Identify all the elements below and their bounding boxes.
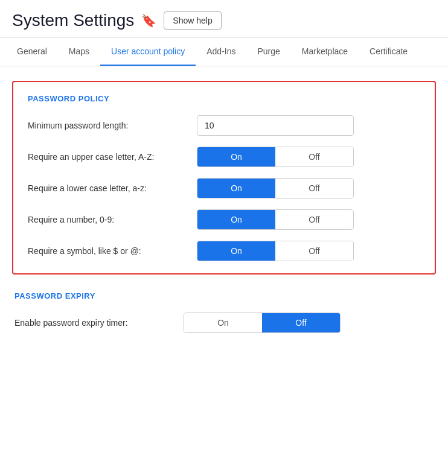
expiry-timer-on-button[interactable]: On bbox=[184, 313, 262, 332]
password-policy-title: PASSWORD POLICY bbox=[28, 94, 420, 103]
lower-case-row: Require a lower case letter, a-z: On Off bbox=[28, 178, 420, 198]
tab-marketplace[interactable]: Marketplace bbox=[291, 38, 359, 66]
expiry-timer-row: Enable password expiry timer: On Off bbox=[14, 313, 434, 333]
symbol-toggle: On Off bbox=[197, 241, 354, 261]
upper-case-control: On Off bbox=[197, 147, 420, 167]
symbol-row: Require a symbol, like $ or @: On Off bbox=[28, 241, 420, 261]
upper-case-toggle: On Off bbox=[197, 147, 354, 167]
upper-case-label: Require an upper case letter, A-Z: bbox=[28, 152, 197, 162]
lower-case-toggle: On Off bbox=[197, 178, 354, 198]
show-help-button[interactable]: Show help bbox=[164, 11, 221, 30]
tab-general[interactable]: General bbox=[6, 38, 58, 66]
min-length-label: Minimum password length: bbox=[28, 121, 197, 130]
min-length-row: Minimum password length: bbox=[28, 115, 420, 136]
lower-case-off-button[interactable]: Off bbox=[275, 179, 353, 198]
lower-case-label: Require a lower case letter, a-z: bbox=[28, 183, 197, 193]
tab-certificate[interactable]: Certificate bbox=[359, 38, 418, 66]
lower-case-on-button[interactable]: On bbox=[197, 179, 275, 198]
expiry-timer-label: Enable password expiry timer: bbox=[14, 318, 184, 328]
min-length-control bbox=[197, 115, 420, 136]
tab-bar: General Maps User account policy Add-Ins… bbox=[0, 38, 448, 66]
symbol-control: On Off bbox=[197, 241, 420, 261]
expiry-timer-control: On Off bbox=[184, 313, 434, 333]
tab-user-account-policy[interactable]: User account policy bbox=[100, 38, 196, 66]
password-policy-section: PASSWORD POLICY Minimum password length:… bbox=[12, 81, 436, 274]
bookmark-icon: 🔖 bbox=[141, 13, 156, 28]
expiry-timer-toggle: On Off bbox=[184, 313, 341, 333]
number-control: On Off bbox=[197, 209, 420, 230]
number-on-button[interactable]: On bbox=[197, 210, 275, 229]
symbol-off-button[interactable]: Off bbox=[275, 241, 353, 261]
upper-case-on-button[interactable]: On bbox=[197, 147, 275, 167]
lower-case-control: On Off bbox=[197, 178, 420, 198]
tab-add-ins[interactable]: Add-Ins bbox=[196, 38, 246, 66]
number-off-button[interactable]: Off bbox=[275, 210, 353, 229]
password-expiry-title: PASSWORD EXPIRY bbox=[14, 291, 434, 300]
number-row: Require a number, 0-9: On Off bbox=[28, 209, 420, 230]
number-label: Require a number, 0-9: bbox=[28, 215, 197, 224]
upper-case-row: Require an upper case letter, A-Z: On Of… bbox=[28, 147, 420, 167]
min-length-input[interactable] bbox=[197, 115, 354, 136]
page-header: System Settings 🔖 Show help bbox=[0, 0, 448, 38]
number-toggle: On Off bbox=[197, 209, 354, 230]
page-title: System Settings bbox=[12, 11, 134, 30]
upper-case-off-button[interactable]: Off bbox=[275, 147, 353, 167]
symbol-on-button[interactable]: On bbox=[197, 241, 275, 261]
tab-purge[interactable]: Purge bbox=[246, 38, 290, 66]
tab-maps[interactable]: Maps bbox=[58, 38, 100, 66]
main-content: PASSWORD POLICY Minimum password length:… bbox=[0, 66, 448, 347]
expiry-timer-off-button[interactable]: Off bbox=[262, 313, 340, 332]
password-expiry-section: PASSWORD EXPIRY Enable password expiry t… bbox=[12, 291, 436, 333]
symbol-label: Require a symbol, like $ or @: bbox=[28, 246, 197, 256]
